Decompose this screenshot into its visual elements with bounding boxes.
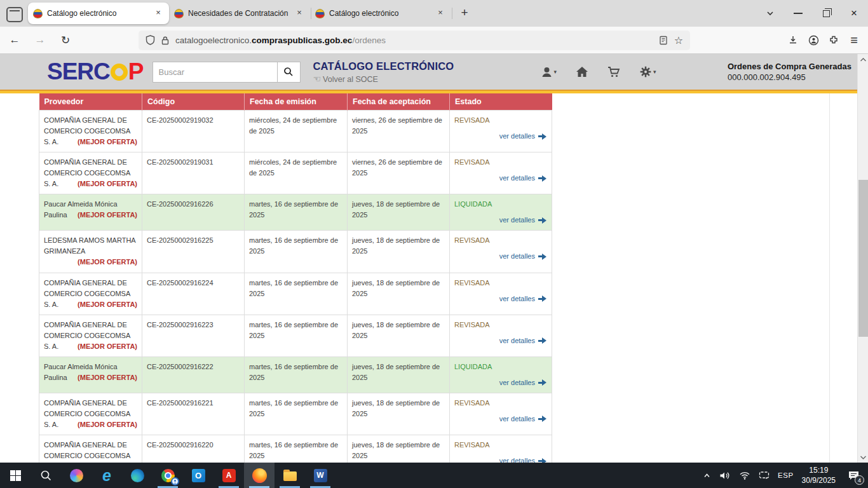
shield-icon[interactable] <box>142 32 158 48</box>
ver-detalles-link[interactable]: ver detalles <box>454 131 547 142</box>
copilot-icon <box>70 469 83 482</box>
bookmark-star-icon[interactable]: ☆ <box>671 32 686 48</box>
notification-center-button[interactable]: 4 <box>844 466 863 484</box>
close-tab-icon[interactable]: × <box>435 8 446 19</box>
clock-date: 30/9/2025 <box>802 476 836 485</box>
ver-detalles-link[interactable]: ver detalles <box>454 414 547 424</box>
ver-detalles-link[interactable]: ver detalles <box>454 294 547 304</box>
tab-title: Catálogo electrónico <box>47 9 149 18</box>
provider-name: LEDESMA RAMOS MARTHA GRIMANEZA <box>44 236 135 255</box>
taskbar-acrobat-button[interactable]: A <box>214 463 244 488</box>
order-code-cell: CE-20250002916222 <box>142 356 245 393</box>
ver-detalles-link[interactable]: ver detalles <box>454 456 547 463</box>
ver-detalles-link[interactable]: ver detalles <box>454 377 547 388</box>
firefox-view-icon[interactable] <box>6 7 23 22</box>
scroll-up-icon[interactable] <box>858 54 868 65</box>
windows-logo-icon <box>10 470 21 481</box>
provider-cell: Paucar Almeida Mónica Paulina (MEJOR OFE… <box>39 194 142 231</box>
table-row: COMPAÑIA GENERAL DE COMERCIO COGECOMSA S… <box>39 273 552 315</box>
ver-detalles-link[interactable]: ver detalles <box>454 215 547 226</box>
reader-mode-icon[interactable] <box>656 32 671 48</box>
reload-button[interactable]: ↻ <box>55 30 76 50</box>
best-offer-label: (MEJOR OFERTA) <box>78 137 137 147</box>
volume-icon[interactable] <box>719 471 731 480</box>
notification-count-badge: 4 <box>855 475 864 485</box>
taskbar-outlook-button[interactable]: O <box>183 463 214 488</box>
arrow-right-icon <box>538 458 547 463</box>
list-tabs-chevron-icon[interactable] <box>756 0 784 27</box>
scrollbar-thumb[interactable] <box>858 180 868 337</box>
wifi-icon[interactable] <box>739 471 750 480</box>
status-badge: REVISADA <box>454 398 547 409</box>
acceptance-date-cell: viernes, 26 de septiembre de 2025 <box>348 111 450 152</box>
best-offer-label: (MEJOR OFERTA) <box>78 299 137 310</box>
extensions-icon[interactable] <box>824 30 844 50</box>
start-button[interactable] <box>0 463 31 488</box>
account-icon[interactable] <box>803 30 824 50</box>
table-row: COMPAÑIA GENERAL DE COMERCIO COGECOMSA S… <box>39 315 552 356</box>
minimize-button[interactable] <box>784 0 812 27</box>
taskbar-chrome-button[interactable] <box>153 463 183 488</box>
order-code-cell: CE-20250002916223 <box>142 315 245 356</box>
taskbar-search-button[interactable] <box>31 463 61 488</box>
arrow-right-icon <box>538 217 547 223</box>
volver-soce-link[interactable]: ☜Volver al SOCE <box>313 74 499 84</box>
arrow-right-icon <box>538 296 547 302</box>
tab-catalogo-2[interactable]: Catálogo electrónico × <box>310 3 451 24</box>
close-tab-icon[interactable]: × <box>294 8 305 19</box>
best-offer-label: (MEJOR OFERTA) <box>78 341 137 352</box>
acceptance-date-cell: jueves, 18 de septiembre de 2025 <box>348 435 450 463</box>
menu-hamburger-icon[interactable]: ≡ <box>844 30 864 50</box>
user-menu[interactable]: ▾ <box>541 66 557 78</box>
hand-back-icon: ☜ <box>313 74 322 84</box>
lock-icon[interactable] <box>158 32 173 48</box>
taskbar-copilot-button[interactable] <box>61 463 92 488</box>
taskbar-clock[interactable]: 15:1930/9/2025 <box>802 465 836 485</box>
ver-detalles-link[interactable]: ver detalles <box>454 173 547 184</box>
taskbar-word-button[interactable]: W <box>305 463 336 488</box>
provider-name: COMPAÑIA GENERAL DE COMERCIO COGECOMSA S… <box>44 441 130 463</box>
url-bar[interactable]: catalogoelectronico.compraspublicas.gob.… <box>139 30 690 50</box>
search-icon <box>40 470 52 482</box>
sercop-logo[interactable]: SERCP <box>47 58 144 85</box>
close-window-button[interactable]: × <box>840 0 868 27</box>
taskbar-edge-button[interactable] <box>122 463 153 488</box>
col-codigo: Código <box>142 93 245 111</box>
best-offer-label: (MEJOR OFERTA) <box>78 257 137 268</box>
home-button[interactable] <box>576 66 588 78</box>
status-cell: LIQUIDADAver detalles <box>450 194 552 231</box>
scroll-down-icon[interactable] <box>858 452 868 463</box>
taskbar-internet-explorer-button[interactable]: e <box>92 463 122 488</box>
remote-session-icon[interactable] <box>759 471 770 480</box>
emission-date-cell: martes, 16 de septiembre de 2025 <box>245 435 348 463</box>
tab-catalogo-1[interactable]: Catálogo electrónico × <box>28 3 169 24</box>
search-button[interactable] <box>277 62 301 83</box>
taskbar-firefox-button[interactable] <box>244 463 275 488</box>
search-input[interactable] <box>153 62 277 83</box>
acceptance-date-cell: jueves, 18 de septiembre de 2025 <box>348 273 450 315</box>
back-button[interactable]: ← <box>4 30 25 50</box>
ver-detalles-link[interactable]: ver detalles <box>454 251 547 262</box>
status-cell: REVISADAver detalles <box>450 152 552 194</box>
tab-title: Catálogo electrónico <box>329 9 431 18</box>
emission-date-cell: martes, 16 de septiembre de 2025 <box>245 231 348 273</box>
provider-cell: COMPAÑIA GENERAL DE COMERCIO COGECOMSA S… <box>39 315 142 356</box>
taskbar-file-explorer-button[interactable] <box>275 463 305 488</box>
page-scrollbar[interactable] <box>857 54 868 463</box>
provider-cell: LEDESMA RAMOS MARTHA GRIMANEZA (MEJOR OF… <box>39 231 142 273</box>
caret-down-icon: ▾ <box>554 69 557 75</box>
cart-button[interactable] <box>607 66 620 78</box>
close-tab-icon[interactable]: × <box>153 8 164 19</box>
language-indicator[interactable]: ESP <box>778 471 794 479</box>
ver-detalles-link[interactable]: ver detalles <box>454 336 547 346</box>
col-proveedor: Proveedor <box>39 93 142 111</box>
ver-detalles-label: ver detalles <box>499 379 535 386</box>
order-code-cell: CE-20250002916226 <box>142 194 245 231</box>
new-tab-button[interactable]: + <box>455 4 474 23</box>
tray-chevron-up-icon[interactable] <box>703 471 711 480</box>
col-fecha-aceptacion: Fecha de aceptación <box>348 93 450 111</box>
tab-necesidades[interactable]: Necesidades de Contratación y × <box>169 3 310 24</box>
settings-gear-menu[interactable]: ▾ <box>639 65 656 78</box>
restore-window-button[interactable] <box>812 0 840 27</box>
downloads-icon[interactable] <box>783 30 803 50</box>
